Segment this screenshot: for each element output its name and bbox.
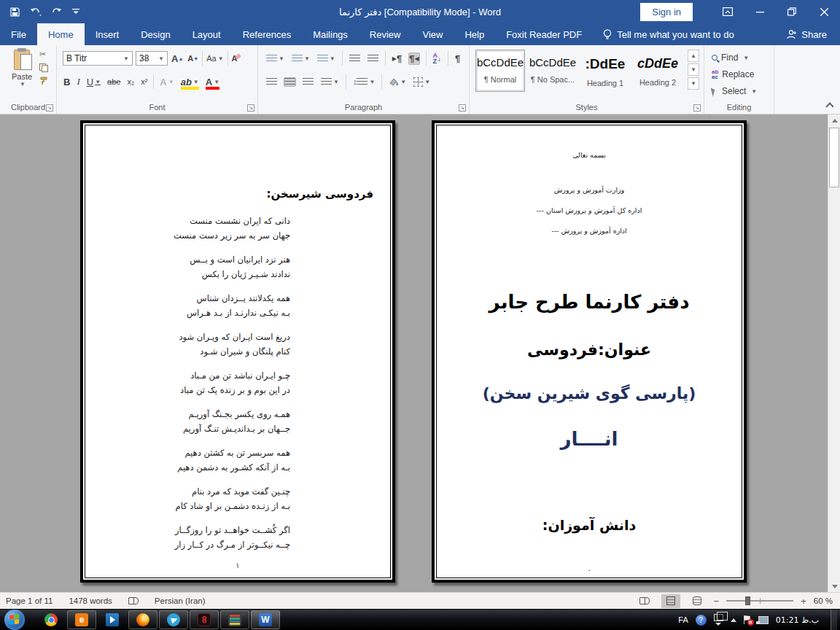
taskbar-red-8-app-button[interactable]: 8	[190, 610, 219, 629]
strikethrough-button[interactable]: abe	[106, 77, 121, 87]
sort-icon[interactable]: AZ↓	[432, 52, 443, 65]
zoom-out-icon[interactable]: −	[714, 596, 720, 607]
tab-review[interactable]: Review	[359, 23, 412, 45]
tab-help[interactable]: Help	[454, 23, 495, 45]
scrollbar-thumb[interactable]	[829, 128, 839, 187]
zoom-slider[interactable]	[726, 600, 793, 602]
proofing-icon[interactable]	[128, 597, 139, 604]
borders-icon[interactable]: ▼	[413, 77, 431, 88]
styles-scroll-up-icon[interactable]: ▲	[688, 50, 699, 62]
superscript-button[interactable]: x²	[140, 77, 148, 87]
page-indicator[interactable]: Page 1 of 11	[6, 596, 52, 605]
taskbar-word-button[interactable]: W	[251, 610, 280, 629]
font-name-select[interactable]: B Titr▼	[63, 51, 133, 66]
hidden-icons-arrow[interactable]	[731, 618, 736, 622]
tab-view[interactable]: View	[411, 23, 454, 45]
tab-home[interactable]: Home	[37, 23, 85, 45]
print-layout-icon[interactable]	[661, 594, 680, 608]
zoom-slider-thumb[interactable]	[745, 596, 750, 605]
numbering-icon[interactable]: ▼	[291, 54, 311, 63]
tab-references[interactable]: References	[232, 23, 302, 45]
align-right-icon[interactable]	[302, 77, 314, 87]
paragraph-dialog-launcher[interactable]: ↘	[459, 104, 466, 112]
style-heading1[interactable]: :DdEe Heading 1	[580, 50, 630, 92]
web-layout-icon[interactable]	[688, 594, 707, 608]
tab-file[interactable]: File	[0, 23, 37, 45]
format-painter-icon[interactable]	[39, 77, 48, 85]
subscript-button[interactable]: x₂	[126, 77, 135, 87]
scroll-down-icon[interactable]	[828, 580, 840, 592]
window-flip-icon[interactable]	[714, 614, 723, 626]
select-button[interactable]: Select▼	[712, 86, 757, 96]
vertical-scrollbar[interactable]	[828, 114, 840, 592]
taskbar-clock[interactable]: ب.ظ 01:21	[776, 615, 819, 625]
show-hide-marks-icon[interactable]: ¶	[454, 52, 461, 65]
document-page-poem[interactable]: فردوسی شیرسخن: دانی که ایران نشست منست ج…	[80, 120, 395, 583]
italic-button[interactable]: I	[76, 75, 80, 88]
style-normal[interactable]: bCcDdEe ¶ Normal	[475, 50, 525, 92]
taskbar-chrome-button[interactable]	[36, 610, 66, 629]
close-icon[interactable]	[808, 0, 840, 23]
ltr-text-direction-icon[interactable]: ▶¶	[392, 52, 402, 65]
ribbon-display-icon[interactable]	[712, 0, 744, 23]
redo-icon[interactable]	[52, 7, 62, 17]
show-desktop-button[interactable]	[831, 610, 837, 630]
tab-design[interactable]: Design	[130, 23, 181, 45]
font-color-button[interactable]: A▼	[205, 76, 220, 88]
style-heading2[interactable]: cDdEe Heading 2	[633, 50, 682, 92]
align-left-icon[interactable]	[265, 77, 278, 87]
align-center-icon[interactable]	[284, 77, 296, 87]
justify-icon[interactable]: ▼	[320, 77, 340, 87]
find-button[interactable]: Find▼	[712, 52, 749, 63]
save-icon[interactable]	[10, 7, 20, 17]
zoom-level[interactable]: 60 %	[814, 596, 833, 605]
customize-qat-icon[interactable]	[72, 8, 79, 15]
increase-indent-icon[interactable]	[367, 54, 379, 63]
tab-insert[interactable]: Insert	[85, 23, 131, 45]
sign-in-button[interactable]: Sign in	[640, 3, 693, 21]
decrease-indent-icon[interactable]	[349, 54, 361, 63]
tab-layout[interactable]: Layout	[182, 23, 232, 45]
styles-scroll-down-icon[interactable]: ▼	[688, 63, 699, 76]
taskbar-firefox-button[interactable]	[128, 610, 158, 629]
grow-font-button[interactable]: A▲	[171, 52, 184, 65]
clipboard-dialog-launcher[interactable]: ↘	[46, 104, 53, 112]
font-dialog-launcher[interactable]: ↘	[247, 104, 254, 112]
taskbar-winrar-button[interactable]	[220, 610, 249, 629]
document-page-cover[interactable]: بسمه تعالی وزارت آموزش و پرورش اداره کل …	[432, 120, 747, 583]
scroll-up-icon[interactable]	[828, 114, 840, 126]
cut-icon[interactable]: ✂	[39, 50, 48, 59]
word-count[interactable]: 1478 words	[69, 596, 112, 605]
tell-me-box[interactable]: Tell me what you want to do	[593, 23, 744, 45]
shading-icon[interactable]: ▼	[388, 77, 407, 87]
paste-button[interactable]: Paste ▼	[6, 50, 38, 98]
taskbar-orange-e-app-button[interactable]: e	[67, 610, 96, 629]
read-mode-icon[interactable]	[635, 594, 654, 608]
tab-mailings[interactable]: Mailings	[302, 23, 359, 45]
line-spacing-icon[interactable]: ↕▼	[352, 77, 376, 87]
start-button[interactable]	[4, 610, 25, 630]
copy-icon[interactable]	[39, 63, 48, 72]
replace-button[interactable]: abac Replace	[712, 69, 754, 79]
zoom-in-icon[interactable]: +	[801, 596, 806, 607]
taskbar-telegram-button[interactable]	[159, 610, 188, 629]
styles-dialog-launcher[interactable]: ↘	[693, 104, 701, 112]
change-case-button[interactable]: Aa▼	[206, 53, 224, 63]
collapse-ribbon-icon[interactable]	[825, 102, 833, 110]
restore-icon[interactable]	[776, 0, 808, 23]
document-area[interactable]: فردوسی شیرسخن: دانی که ایران نشست منست ج…	[0, 114, 840, 592]
help-icon[interactable]: ?	[696, 615, 707, 626]
minimize-icon[interactable]	[744, 0, 776, 23]
underline-button[interactable]: U▼	[86, 76, 101, 88]
network-icon[interactable]	[758, 616, 769, 624]
action-center-flag-icon[interactable]: ✕	[744, 615, 751, 624]
language-indicator[interactable]: Persian (Iran)	[155, 596, 206, 605]
bullets-icon[interactable]: ▼	[265, 54, 285, 63]
language-switcher[interactable]: FA	[678, 615, 688, 624]
taskbar-arrow-app-button[interactable]	[98, 610, 127, 629]
undo-icon[interactable]	[30, 7, 42, 17]
clear-formatting-button[interactable]: A	[231, 53, 238, 63]
shrink-font-button[interactable]: A▼	[187, 53, 199, 63]
styles-more-icon[interactable]: ▼	[688, 77, 699, 90]
bold-button[interactable]: B	[63, 76, 71, 88]
